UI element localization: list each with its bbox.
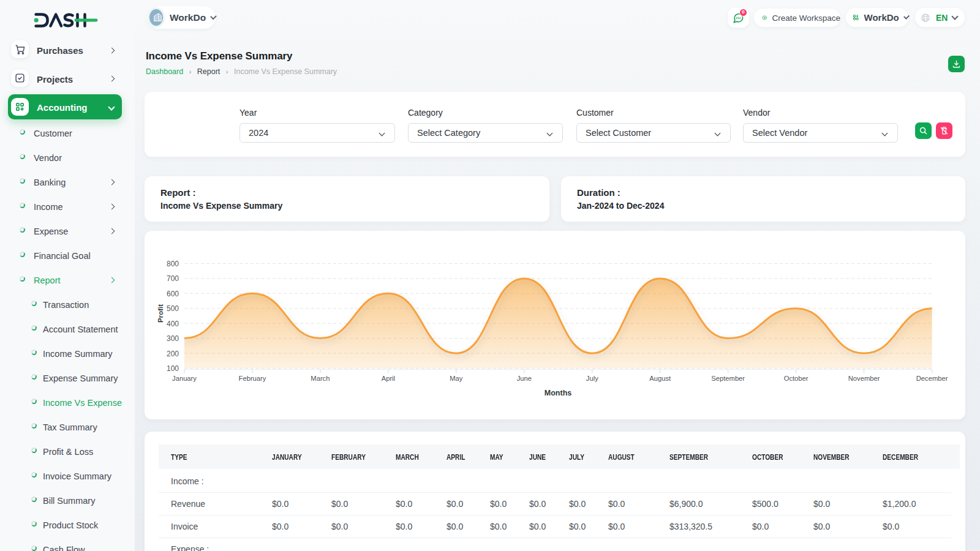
svg-text:September: September [711,375,745,382]
svg-text:700: 700 [167,274,179,283]
svg-text:300: 300 [167,334,179,343]
svg-text:100: 100 [167,364,179,373]
svg-text:July: July [586,375,598,382]
svg-text:January: January [172,375,197,382]
svg-text:April: April [382,375,395,382]
svg-text:Profit: Profit [157,304,164,323]
svg-text:October: October [784,375,809,382]
svg-text:600: 600 [167,290,179,298]
svg-text:Months: Months [545,389,571,397]
svg-text:February: February [239,375,266,382]
svg-text:May: May [450,375,463,382]
svg-text:400: 400 [167,320,179,328]
svg-text:March: March [311,375,330,382]
svg-text:800: 800 [167,260,179,268]
svg-text:500: 500 [167,304,179,313]
svg-text:August: August [649,375,671,382]
svg-text:June: June [517,375,532,382]
svg-text:200: 200 [167,350,179,358]
svg-text:November: November [848,375,880,382]
svg-text:December: December [916,375,948,382]
